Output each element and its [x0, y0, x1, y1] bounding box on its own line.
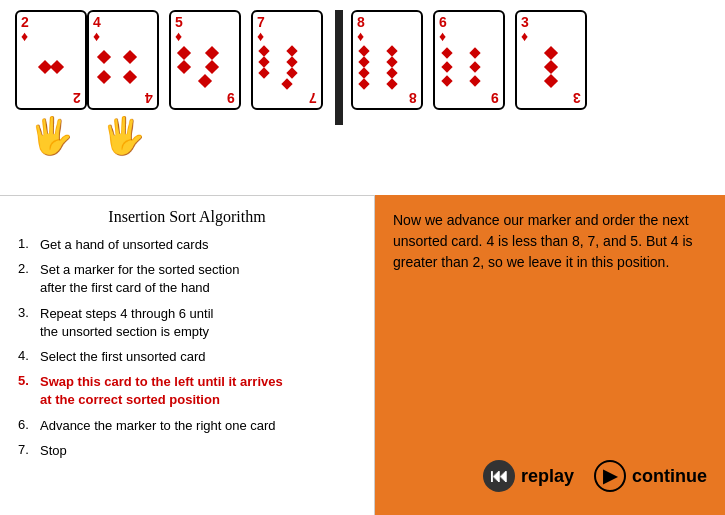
pip — [204, 46, 218, 60]
step-number: 6. — [18, 417, 40, 432]
card-value-top: 2♦ — [21, 15, 81, 43]
pip — [544, 46, 558, 60]
step-number: 5. — [18, 373, 40, 388]
card-7: 7♦ 7 — [251, 10, 323, 110]
card-value-bottom: 2 — [73, 91, 81, 105]
step-number: 3. — [18, 305, 40, 320]
card-5: 5♦ 9 — [169, 10, 241, 110]
continue-label: continue — [632, 466, 707, 487]
pip — [544, 60, 558, 74]
hand-icon: 🖐 — [29, 115, 74, 157]
description-text: Now we advance our marker and order the … — [393, 210, 707, 273]
step-7: 7. Stop — [18, 442, 356, 460]
card-group-4: 4♦ 4 🖐 — [87, 10, 159, 157]
card-group-6: 6♦ 9 — [433, 10, 505, 110]
pip — [123, 70, 137, 84]
pip — [386, 56, 397, 67]
pip — [469, 76, 480, 87]
card-group-7: 7♦ 7 — [251, 10, 323, 110]
steps-list: 1. Get a hand of unsorted cards 2. Set a… — [18, 236, 356, 460]
step-number: 7. — [18, 442, 40, 457]
algorithm-panel: Insertion Sort Algorithm 1. Get a hand o… — [0, 195, 375, 515]
card-value-bottom: 9 — [227, 91, 235, 105]
pip — [258, 56, 269, 67]
card-pips — [93, 43, 153, 91]
bottom-section: Insertion Sort Algorithm 1. Get a hand o… — [0, 195, 725, 515]
pip — [204, 60, 218, 74]
card-value-top: 6♦ — [439, 15, 499, 43]
pip — [286, 56, 297, 67]
step-number: 2. — [18, 261, 40, 276]
pip — [198, 74, 212, 88]
card-pips — [21, 43, 81, 91]
card-pips — [257, 43, 317, 91]
algorithm-title: Insertion Sort Algorithm — [18, 208, 356, 226]
replay-icon: ⏮ — [483, 460, 515, 492]
pip — [123, 50, 137, 64]
replay-button[interactable]: ⏮ replay — [483, 460, 574, 492]
step-number: 1. — [18, 236, 40, 251]
card-value-bottom: 4 — [145, 91, 153, 105]
step-text: Repeat steps 4 through 6 untilthe unsort… — [40, 305, 356, 341]
step-3: 3. Repeat steps 4 through 6 untilthe uns… — [18, 305, 356, 341]
pip — [441, 47, 452, 58]
card-pips — [439, 43, 499, 91]
card-value-top: 3♦ — [521, 15, 581, 43]
step-6: 6. Advance the marker to the right one c… — [18, 417, 356, 435]
card-display-area: 2♦ 2 🖐 4♦ 4 🖐 — [0, 0, 725, 195]
card-pips — [521, 43, 581, 91]
step-text: Advance the marker to the right one card — [40, 417, 356, 435]
section-divider — [335, 10, 343, 125]
pip — [286, 45, 297, 56]
step-text: Set a marker for the sorted sectionafter… — [40, 261, 356, 297]
step-text: Get a hand of unsorted cards — [40, 236, 356, 254]
continue-button[interactable]: ▶ continue — [594, 460, 707, 492]
card-3: 3♦ 3 — [515, 10, 587, 110]
card-pips — [357, 43, 417, 91]
pip — [469, 47, 480, 58]
pip — [544, 74, 558, 88]
pip — [97, 70, 111, 84]
card-value-bottom: 3 — [573, 91, 581, 105]
pip — [441, 76, 452, 87]
pip — [258, 67, 269, 78]
pip — [358, 45, 369, 56]
pip — [386, 67, 397, 78]
card-4: 4♦ 4 — [87, 10, 159, 110]
card-group-2: 2♦ 2 🖐 — [15, 10, 87, 157]
card-value-top: 4♦ — [93, 15, 153, 43]
pip — [469, 61, 480, 72]
card-pips — [175, 43, 235, 91]
pip — [386, 78, 397, 89]
pip — [50, 60, 64, 74]
pip — [358, 67, 369, 78]
card-value-bottom: 8 — [409, 91, 417, 105]
card-value-bottom: 9 — [491, 91, 499, 105]
card-2: 2♦ 2 — [15, 10, 87, 110]
step-5: 5. Swap this card to the left until it a… — [18, 373, 356, 409]
pip — [358, 78, 369, 89]
step-number: 4. — [18, 348, 40, 363]
card-8: 8♦ 8 — [351, 10, 423, 110]
pip — [177, 60, 191, 74]
button-row: ⏮ replay ▶ continue — [393, 460, 707, 500]
pip — [441, 61, 452, 72]
card-value-top: 8♦ — [357, 15, 417, 43]
step-text: Stop — [40, 442, 356, 460]
card-group-8: 8♦ 8 — [351, 10, 423, 110]
card-value-bottom: 7 — [309, 91, 317, 105]
description-panel: Now we advance our marker and order the … — [375, 195, 725, 515]
step-text: Select the first unsorted card — [40, 348, 356, 366]
card-value-top: 5♦ — [175, 15, 235, 43]
step-4: 4. Select the first unsorted card — [18, 348, 356, 366]
step-text-highlight: Swap this card to the left until it arri… — [40, 373, 356, 409]
pip — [258, 45, 269, 56]
replay-label: replay — [521, 466, 574, 487]
pip — [358, 56, 369, 67]
continue-icon: ▶ — [594, 460, 626, 492]
pip — [177, 46, 191, 60]
card-value-top: 7♦ — [257, 15, 317, 43]
cards-row: 2♦ 2 🖐 4♦ 4 🖐 — [15, 10, 710, 157]
card-group-3: 3♦ 3 — [515, 10, 587, 110]
pip — [286, 67, 297, 78]
